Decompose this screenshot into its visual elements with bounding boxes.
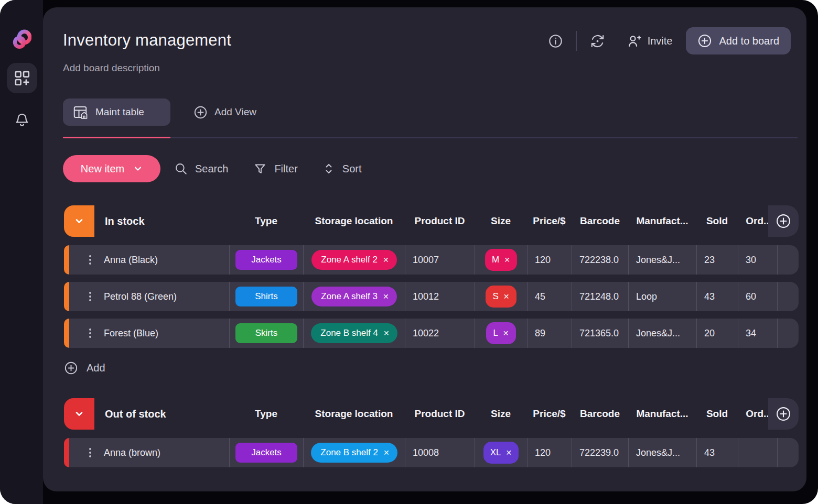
size-cell[interactable]: S ✕ xyxy=(475,282,527,311)
price-cell[interactable]: 89 xyxy=(527,319,572,348)
product-id-cell[interactable]: 10012 xyxy=(405,282,475,311)
sync-button[interactable] xyxy=(589,33,606,49)
price-cell[interactable]: 45 xyxy=(527,282,572,311)
ordered-cell[interactable]: 60 xyxy=(738,282,777,311)
type-pill[interactable]: Skirts xyxy=(235,323,297,343)
table-row[interactable]: Anna (brown) Jackets Zone B shelf 2 ✕ 10… xyxy=(64,438,799,467)
column-header-barcode[interactable]: Barcode xyxy=(572,215,628,227)
add-item-button[interactable]: Add xyxy=(64,358,799,377)
empty-cell[interactable] xyxy=(777,438,799,467)
remove-tag-icon[interactable]: ✕ xyxy=(504,256,510,264)
column-header-sold[interactable]: Sold xyxy=(696,408,738,420)
manufacturer-cell[interactable]: Jones&J... xyxy=(628,245,696,275)
ordered-cell[interactable]: 34 xyxy=(738,319,777,348)
group-collapse-button[interactable] xyxy=(64,205,94,237)
table-row[interactable]: Petrol 88 (Green) Shirts Zone A shelf 3 … xyxy=(64,282,799,311)
column-header-type[interactable]: Type xyxy=(229,408,303,420)
type-pill[interactable]: Jackets xyxy=(235,443,297,463)
size-cell[interactable]: L ✕ xyxy=(475,319,527,348)
manufacturer-cell[interactable]: Loop xyxy=(628,282,696,311)
row-menu-icon[interactable] xyxy=(89,255,91,265)
column-header-size[interactable]: Size xyxy=(475,215,527,227)
type-cell[interactable]: Jackets xyxy=(229,438,303,467)
size-cell[interactable]: XL ✕ xyxy=(475,438,527,467)
group-name[interactable]: In stock xyxy=(105,215,145,227)
type-pill[interactable]: Jackets xyxy=(235,250,297,270)
sold-cell[interactable]: 20 xyxy=(696,319,738,348)
column-header-size[interactable]: Size xyxy=(475,408,527,420)
filter-button[interactable]: Filter xyxy=(253,162,297,176)
item-name-cell[interactable]: Anna (brown) xyxy=(69,438,229,467)
add-view-button[interactable]: Add View xyxy=(193,105,256,119)
storage-pill[interactable]: Zone A shelf 2 ✕ xyxy=(311,250,396,270)
item-name-cell[interactable]: Anna (Black) xyxy=(69,245,229,275)
storage-cell[interactable]: Zone B shelf 4 ✕ xyxy=(303,319,405,348)
storage-cell[interactable]: Zone A shelf 2 ✕ xyxy=(303,245,405,275)
info-button[interactable] xyxy=(548,34,563,49)
column-header-type[interactable]: Type xyxy=(229,215,303,227)
column-header-price[interactable]: Price/$ xyxy=(527,408,572,420)
remove-tag-icon[interactable]: ✕ xyxy=(383,330,390,337)
table-row[interactable]: Anna (Black) Jackets Zone A shelf 2 ✕ 10… xyxy=(64,245,799,275)
storage-pill[interactable]: Zone B shelf 2 ✕ xyxy=(311,443,397,463)
remove-tag-icon[interactable]: ✕ xyxy=(503,293,510,300)
group-name[interactable]: Out of stock xyxy=(105,408,166,420)
type-pill[interactable]: Shirts xyxy=(235,287,297,306)
size-cell[interactable]: M ✕ xyxy=(475,245,527,275)
sidebar-item-boards[interactable] xyxy=(7,63,37,93)
sort-button[interactable]: Sort xyxy=(322,162,362,175)
ordered-cell[interactable]: 30 xyxy=(738,245,777,275)
remove-tag-icon[interactable]: ✕ xyxy=(503,330,509,337)
size-pill[interactable]: S ✕ xyxy=(486,286,516,308)
board-description[interactable]: Add board description xyxy=(63,62,799,74)
column-header-product-id[interactable]: Product ID xyxy=(405,408,475,420)
invite-button[interactable]: Invite xyxy=(627,34,673,49)
table-row[interactable]: Forest (Blue) Skirts Zone B shelf 4 ✕ 10… xyxy=(64,319,799,348)
row-menu-icon[interactable] xyxy=(89,292,91,301)
add-column-button[interactable] xyxy=(768,205,799,237)
barcode-cell[interactable]: 721365.0 xyxy=(572,319,628,348)
item-name-cell[interactable]: Forest (Blue) xyxy=(69,319,229,348)
storage-cell[interactable]: Zone B shelf 2 ✕ xyxy=(303,438,405,467)
product-id-cell[interactable]: 10022 xyxy=(405,319,475,348)
empty-cell[interactable] xyxy=(777,282,799,311)
remove-tag-icon[interactable]: ✕ xyxy=(383,293,389,300)
row-menu-icon[interactable] xyxy=(89,448,91,457)
barcode-cell[interactable]: 722239.0 xyxy=(572,438,628,467)
empty-cell[interactable] xyxy=(777,245,799,275)
barcode-cell[interactable]: 721248.0 xyxy=(572,282,628,311)
column-header-barcode[interactable]: Barcode xyxy=(572,408,628,420)
storage-cell[interactable]: Zone A shelf 3 ✕ xyxy=(303,282,405,311)
new-item-button[interactable]: New item xyxy=(63,155,160,182)
storage-pill[interactable]: Zone A shelf 3 ✕ xyxy=(311,287,396,306)
size-pill[interactable]: L ✕ xyxy=(486,322,515,344)
group-collapse-button[interactable] xyxy=(64,398,94,430)
type-cell[interactable]: Shirts xyxy=(229,282,303,311)
remove-tag-icon[interactable]: ✕ xyxy=(506,449,512,456)
sold-cell[interactable]: 23 xyxy=(696,245,738,275)
barcode-cell[interactable]: 722238.0 xyxy=(572,245,628,275)
column-header-manufacturer[interactable]: Manufact... xyxy=(628,215,696,227)
add-column-button[interactable] xyxy=(768,398,799,430)
row-menu-icon[interactable] xyxy=(89,328,91,338)
sidebar-item-notifications[interactable] xyxy=(7,105,37,135)
column-header-product-id[interactable]: Product ID xyxy=(405,215,475,227)
price-cell[interactable]: 120 xyxy=(527,245,572,275)
remove-tag-icon[interactable]: ✕ xyxy=(383,256,389,264)
storage-pill[interactable]: Zone B shelf 4 ✕ xyxy=(311,323,397,343)
type-cell[interactable]: Skirts xyxy=(229,319,303,348)
product-id-cell[interactable]: 10007 xyxy=(405,245,475,275)
item-name-cell[interactable]: Petrol 88 (Green) xyxy=(69,282,229,311)
size-pill[interactable]: M ✕ xyxy=(485,249,517,271)
empty-cell[interactable] xyxy=(777,319,799,348)
column-header-price[interactable]: Price/$ xyxy=(527,215,572,227)
size-pill[interactable]: XL ✕ xyxy=(483,442,519,464)
product-id-cell[interactable]: 10008 xyxy=(405,438,475,467)
column-header-storage[interactable]: Storage location xyxy=(303,408,405,420)
tab-main-table[interactable]: Maint table xyxy=(63,98,170,126)
add-to-board-button[interactable]: Add to board xyxy=(686,27,791,54)
type-cell[interactable]: Jackets xyxy=(229,245,303,275)
plaky-logo-icon[interactable] xyxy=(13,29,31,49)
remove-tag-icon[interactable]: ✕ xyxy=(383,449,390,456)
ordered-cell[interactable] xyxy=(738,438,777,467)
